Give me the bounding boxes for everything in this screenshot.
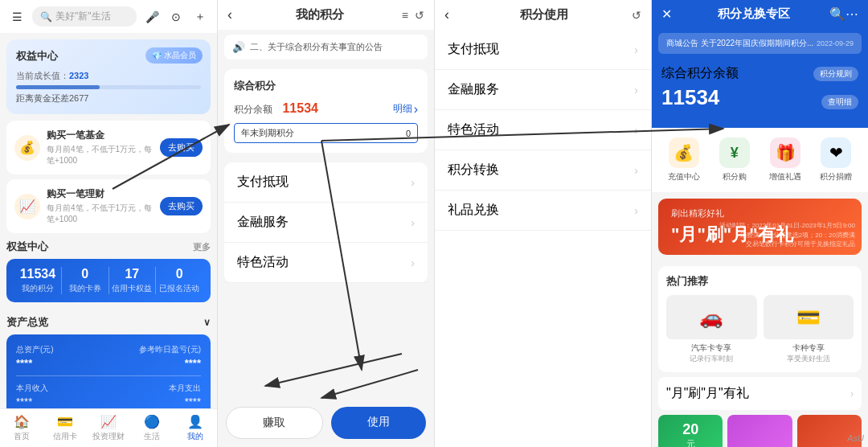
plus-icon[interactable]: ＋	[191, 8, 209, 26]
home-icon: 🏠	[14, 414, 30, 429]
wealth-info: 购买一笔理财 每月前4笔，不低于1万元，每笔+1000	[47, 187, 154, 225]
wealth-buy-button[interactable]: 去购买	[160, 197, 203, 215]
equity-item-activities[interactable]: 0 已报名活动	[156, 267, 203, 294]
hot-items: 🚗 汽车卡专享 记录行车时刻 💳 卡种专享 享受美好生活	[666, 295, 854, 364]
menu-gift-label: 礼品兑换	[448, 202, 499, 219]
quick-gift[interactable]: 🎁 增值礼遇	[760, 137, 811, 182]
member-current-label: 当前成长值：2323	[16, 70, 201, 82]
activities-num: 0	[156, 267, 203, 281]
points-num: 11534	[14, 267, 61, 281]
panel4-notice[interactable]: 商城公告 关于2022年国庆假期期间积分... 2022-09-29	[658, 33, 862, 54]
quick-donate[interactable]: ❤ 积分捐赠	[811, 137, 862, 182]
wealth-icon: 📈	[14, 194, 40, 219]
credit-num: 17	[109, 267, 156, 281]
hot-item-car[interactable]: 🚗 汽车卡专享 记录行车时刻	[666, 295, 757, 364]
notice-text: 二、关于综合积分有关事宜的公告	[250, 41, 383, 53]
points-shop-icon: ¥	[719, 137, 750, 168]
mine-icon: 👤	[187, 414, 203, 429]
equity-more-link[interactable]: 更多	[193, 241, 211, 253]
hot-title: 热门推荐	[666, 274, 854, 289]
menu-special-label: 特色活动	[448, 121, 499, 138]
nav-invest[interactable]: 📈 投资理财	[87, 414, 130, 442]
activities-label: 已报名活动	[156, 283, 203, 294]
promo-banner[interactable]: 刷出精彩好礼 "月"刷"月"有礼 活动时间：2022年01月01日-2023年1…	[658, 199, 862, 255]
assets-total-value: ****	[16, 357, 108, 369]
expire-row: 年末到期积分 0	[234, 123, 418, 143]
donate-label: 积分捐赠	[820, 171, 852, 182]
search-bar[interactable]: 🔍 美好"新"生活	[32, 6, 137, 27]
action-special[interactable]: 特色活动 ›	[224, 243, 428, 283]
action-financial-label: 金融服务	[237, 214, 289, 231]
panel3-back-button[interactable]: ‹	[444, 6, 449, 23]
assets-divider	[16, 375, 201, 376]
nav-life[interactable]: 🔵 生活	[130, 414, 174, 442]
hot-section: 热门推荐 🚗 汽车卡专享 记录行车时刻 💳 卡种专享 享受美好生活	[658, 266, 862, 372]
points-shop-label: 积分购	[723, 171, 747, 182]
nav-home-label: 首页	[14, 431, 30, 442]
income-label: 本月收入	[16, 383, 108, 394]
hot-item-card[interactable]: 💳 卡种专享 享受美好生活	[764, 295, 854, 364]
promo-sub: 刷出精彩好礼	[671, 207, 849, 219]
panel4-balance-num-row: 11534 查明细	[661, 85, 858, 110]
menu-gift[interactable]: 礼品兑换 ›	[435, 191, 651, 231]
coupon-card-1[interactable]: 20 元	[658, 415, 723, 447]
menu-icon[interactable]: ☰	[8, 8, 26, 26]
panel4-balance-area: 综合积分余额 积分规则 11534 查明细	[652, 59, 868, 120]
use-button[interactable]: 使用	[331, 407, 427, 439]
menu-convert[interactable]: 积分转换 ›	[435, 150, 651, 191]
coupon-card-2[interactable]	[727, 415, 792, 447]
panel4-balance-label: 综合积分余额	[661, 65, 739, 82]
panel2-menu-icon[interactable]: ≡	[402, 9, 408, 22]
panel2-back-button[interactable]: ‹	[227, 6, 232, 23]
panel4-detail-button[interactable]: 查明细	[821, 95, 858, 109]
activity-row[interactable]: "月"刷"月"有礼 ›	[658, 377, 862, 410]
earn-button[interactable]: 赚取	[226, 407, 323, 439]
nav-home[interactable]: 🏠 首页	[0, 414, 43, 442]
coupon-row: 20 元	[658, 415, 862, 447]
menu-financial[interactable]: 金融服务 ›	[435, 70, 651, 110]
panel4-close-button[interactable]: ✕	[661, 6, 672, 22]
fund-icon: 💰	[14, 135, 40, 161]
mic-icon[interactable]: 🎤	[143, 8, 161, 26]
panel4-more-button[interactable]: ⋯	[845, 6, 858, 22]
panel3-refresh-icon[interactable]: ↺	[632, 9, 641, 22]
pay-arrow-icon: ›	[411, 176, 415, 189]
menu-pay-offset[interactable]: 支付抵现 ›	[435, 30, 651, 70]
assets-income: 本月收入 ****	[16, 383, 108, 408]
life-icon: 🔵	[144, 414, 160, 429]
nav-credit[interactable]: 💳 信用卡	[43, 414, 87, 442]
panel2-notice[interactable]: 🔊 二、关于综合积分有关事宜的公告	[224, 35, 428, 59]
panel-member-center: ☰ 🔍 美好"新"生活 🎤 ⊙ ＋ 权益中心 💎 水晶会员 当前成长值：2323	[0, 0, 217, 447]
equity-item-points[interactable]: 11534 我的积分	[14, 267, 61, 294]
detail-link[interactable]: 明细 ›	[393, 102, 418, 117]
coupon1-num: 20	[663, 421, 718, 438]
quick-recharge[interactable]: 💰 充值中心	[658, 137, 709, 182]
menu-special-activity[interactable]: 特色活动 ›	[435, 110, 651, 150]
panel4-rule-button[interactable]: 积分规则	[813, 67, 858, 81]
score-label: 积分余额 11534	[234, 101, 318, 117]
coupons-num: 0	[62, 267, 108, 281]
invest-icon: 📈	[100, 414, 117, 429]
scan-icon[interactable]: ⊙	[167, 8, 185, 26]
equity-item-credit[interactable]: 17 信用卡权益	[109, 267, 156, 294]
action-pay-offset[interactable]: 支付抵现 ›	[224, 162, 428, 203]
notice-icon: 🔊	[232, 41, 245, 53]
fund-buy-button[interactable]: 去购买	[160, 138, 203, 157]
panel2-title: 我的积分	[239, 7, 402, 23]
expire-label: 年末到期积分	[241, 127, 294, 139]
card-sub: 享受美好生活	[764, 354, 854, 364]
panel2-refresh-icon[interactable]: ↺	[415, 9, 424, 22]
quick-points-shop[interactable]: ¥ 积分购	[709, 137, 760, 182]
panel-points-exchange: ✕ 积分兑换专区 🔍 ⋯ 商城公告 关于2022年国庆假期期间积分... 202…	[651, 0, 868, 447]
panel4-notice-date: 2022-09-29	[817, 39, 854, 47]
panel4-search-icon[interactable]: 🔍	[829, 6, 845, 22]
menu-financial-label: 金融服务	[448, 81, 499, 98]
menu-pay-label: 支付抵现	[448, 41, 499, 58]
panel4-balance-row: 综合积分余额 积分规则	[661, 65, 858, 82]
search-icon: 🔍	[40, 11, 52, 23]
progress-bar	[16, 85, 201, 89]
action-financial[interactable]: 金融服务 ›	[224, 203, 428, 243]
header-icons: 🎤 ⊙ ＋	[143, 8, 209, 26]
nav-mine[interactable]: 👤 我的	[174, 414, 217, 442]
equity-item-coupons[interactable]: 0 我的卡券	[62, 267, 108, 294]
